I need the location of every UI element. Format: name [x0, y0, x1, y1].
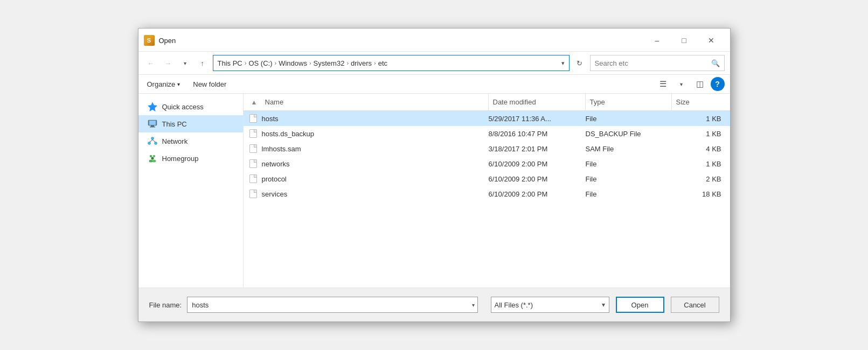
file-row[interactable]: lmhosts.sam 3/18/2017 2:01 PM SAM File 4…	[244, 141, 730, 156]
file-row-type: SAM File	[586, 145, 672, 153]
svg-point-12	[151, 157, 154, 160]
up-button[interactable]: ↑	[196, 56, 210, 70]
breadcrumb-windows[interactable]: Windows	[279, 59, 307, 67]
maximize-button[interactable]: □	[672, 33, 697, 48]
file-icon	[248, 173, 259, 184]
file-row[interactable]: services 6/10/2009 2:00 PM File 18 KB	[244, 186, 730, 201]
recent-locations-button[interactable]: ▾	[178, 56, 192, 70]
file-name-input[interactable]	[187, 297, 477, 313]
file-row-date: 6/10/2009 2:00 PM	[489, 190, 586, 198]
dialog-title: Open	[159, 37, 176, 45]
view-pane-button[interactable]: ◫	[692, 77, 707, 91]
file-list-header: ▲ Name Date modified Type Size	[244, 94, 730, 111]
breadcrumb-etc[interactable]: etc	[378, 59, 387, 67]
address-box[interactable]: This PC › OS (C:) › Windows › System32 ›…	[213, 55, 570, 71]
file-icon	[248, 113, 259, 124]
view-details-button[interactable]: ☰	[656, 77, 671, 91]
file-row-size: 1 KB	[672, 115, 726, 123]
new-folder-button[interactable]: New folder	[190, 79, 230, 90]
breadcrumb-os[interactable]: OS (C:)	[248, 59, 272, 67]
main-area: Quick access This PC	[138, 94, 730, 288]
file-row-name: hosts	[262, 115, 489, 123]
col-header-type[interactable]: Type	[586, 94, 672, 110]
svg-point-7	[154, 142, 157, 145]
svg-point-13	[149, 160, 152, 163]
breadcrumb-drivers[interactable]: drivers	[351, 59, 372, 67]
address-bar: ← → ▾ ↑ This PC › OS (C:) › Windows › Sy…	[138, 52, 730, 75]
file-row-date: 6/10/2009 2:00 PM	[489, 160, 586, 168]
search-box[interactable]: 🔍	[590, 55, 725, 71]
file-row[interactable]: hosts 5/29/2017 11:36 A... File 1 KB	[244, 111, 730, 126]
file-icon	[248, 128, 259, 139]
new-folder-label: New folder	[193, 80, 226, 88]
search-input[interactable]	[595, 59, 708, 67]
back-button[interactable]: ←	[144, 56, 158, 70]
file-row-name: hosts.ds_backup	[262, 130, 489, 138]
file-row[interactable]: hosts.ds_backup 8/8/2016 10:47 PM DS_BAC…	[244, 126, 730, 141]
sidebar-item-homegroup[interactable]: Homegroup	[138, 150, 243, 167]
network-label: Network	[162, 137, 188, 145]
file-icon	[248, 158, 259, 169]
svg-point-6	[148, 142, 150, 145]
sidebar: Quick access This PC	[138, 94, 244, 288]
file-row-date: 3/18/2017 2:01 PM	[489, 145, 586, 153]
title-controls: – □ ✕	[645, 33, 724, 48]
file-row-name: services	[262, 190, 489, 198]
file-area: ▲ Name Date modified Type Size hosts	[244, 94, 730, 288]
col-header-name[interactable]: Name	[261, 94, 489, 110]
open-button[interactable]: Open	[616, 297, 664, 313]
file-row-type: File	[586, 115, 672, 123]
file-row-type: DS_BACKUP File	[586, 130, 672, 138]
organize-dropdown-icon: ▾	[177, 81, 180, 87]
breadcrumb-system32[interactable]: System32	[314, 59, 345, 67]
organize-label: Organize	[147, 80, 176, 88]
sort-indicator: ▲	[248, 99, 261, 106]
footer-buttons: Open Cancel	[616, 297, 719, 313]
svg-marker-0	[148, 102, 157, 111]
breadcrumb-this-pc[interactable]: This PC	[218, 59, 242, 67]
quick-access-icon	[147, 101, 158, 112]
file-type-select[interactable]: All Files (*.*)Text Files (*.txt)All Fil…	[491, 297, 609, 313]
file-row[interactable]: networks 6/10/2009 2:00 PM File 1 KB	[244, 156, 730, 171]
col-header-size[interactable]: Size	[672, 94, 726, 110]
search-icon: 🔍	[711, 59, 720, 67]
file-icon	[248, 143, 259, 154]
refresh-button[interactable]: ↻	[573, 56, 587, 70]
file-row-date: 8/8/2016 10:47 PM	[489, 130, 586, 138]
minimize-button[interactable]: –	[645, 33, 670, 48]
homegroup-icon	[147, 153, 158, 164]
file-row-size: 4 KB	[672, 145, 726, 153]
cancel-button[interactable]: Cancel	[671, 297, 719, 313]
view-dropdown-button[interactable]: ▾	[674, 77, 689, 91]
file-row-date: 5/29/2017 11:36 A...	[489, 115, 586, 123]
file-row-type: File	[586, 190, 672, 198]
file-row-name: protocol	[262, 175, 489, 183]
svg-point-14	[152, 160, 156, 163]
file-name-wrapper: ▾	[187, 297, 477, 313]
this-pc-label: This PC	[162, 120, 187, 128]
file-list: hosts 5/29/2017 11:36 A... File 1 KB hos…	[244, 111, 730, 288]
forward-button[interactable]: →	[161, 56, 175, 70]
close-button[interactable]: ✕	[699, 33, 724, 48]
svg-point-5	[151, 137, 154, 140]
open-dialog: S Open – □ ✕ ← → ▾ ↑ This PC › OS (C:) ›…	[138, 28, 731, 322]
this-pc-icon	[147, 118, 158, 129]
svg-point-11	[152, 155, 155, 157]
file-row-type: File	[586, 160, 672, 168]
quick-access-label: Quick access	[162, 103, 204, 111]
file-row-name: lmhosts.sam	[262, 145, 489, 153]
file-name-area: File name: ▾	[149, 297, 478, 313]
address-dropdown-icon[interactable]: ▾	[561, 60, 565, 67]
file-row[interactable]: protocol 6/10/2009 2:00 PM File 2 KB	[244, 171, 730, 186]
file-type-wrapper: All Files (*.*)Text Files (*.txt)All Fil…	[491, 297, 609, 313]
help-button[interactable]: ?	[711, 77, 725, 91]
file-row-size: 18 KB	[672, 190, 726, 198]
file-row-size: 1 KB	[672, 130, 726, 138]
file-row-date: 6/10/2009 2:00 PM	[489, 175, 586, 183]
sidebar-item-network[interactable]: Network	[138, 132, 243, 150]
svg-line-9	[152, 140, 155, 143]
sidebar-item-this-pc[interactable]: This PC	[138, 115, 243, 132]
sidebar-item-quick-access[interactable]: Quick access	[138, 98, 243, 115]
col-header-date[interactable]: Date modified	[489, 94, 586, 110]
organize-button[interactable]: Organize ▾	[144, 79, 184, 90]
